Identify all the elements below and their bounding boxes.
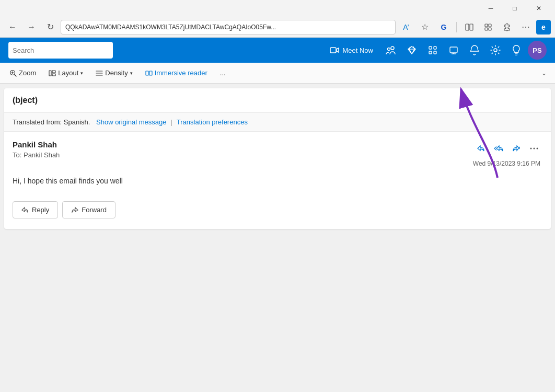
- svg-rect-1: [470, 24, 473, 30]
- zoom-button[interactable]: Zoom: [4, 67, 41, 79]
- density-label: Density: [105, 69, 128, 77]
- avatar[interactable]: PS: [528, 41, 547, 60]
- close-button[interactable]: ✕: [527, 0, 551, 17]
- to-name: Pankil Shah: [24, 151, 60, 159]
- svg-rect-11: [429, 51, 432, 54]
- translation-bar: Translated from: Spanish. Show original …: [4, 113, 551, 132]
- email-header: Pankil Shah To: Pankil Shah: [4, 132, 551, 171]
- email-body: Hi, I hope this email finds you well: [4, 171, 551, 195]
- outlook-toolbar: Meet Now: [0, 38, 555, 63]
- svg-rect-16: [49, 71, 51, 76]
- sender-name: Pankil Shah: [13, 140, 60, 149]
- meet-now-label: Meet Now: [342, 47, 373, 54]
- email-body-text: Hi, I hope this email finds you well: [13, 176, 542, 187]
- layout-chevron: ▾: [80, 71, 83, 76]
- address-bar[interactable]: QQkADAwATM0MDAAMS1kOWM3LTA5ZjUtMDACLTAwC…: [61, 20, 396, 34]
- email-actions-right: Wed 9/13/2023 9:16 PM: [472, 140, 542, 167]
- svg-point-21: [530, 148, 532, 149]
- address-text: QQkADAwATM0MDAAMS1kOWM3LTA5ZjUtMDACLTAwC…: [65, 24, 276, 31]
- toolbar-separator: [456, 22, 457, 32]
- svg-rect-10: [434, 47, 436, 49]
- email-subject: (bject): [4, 88, 551, 113]
- favorites-icon[interactable]: ☆: [417, 19, 433, 36]
- apps-icon-btn[interactable]: [423, 41, 442, 60]
- translation-prefix: Translated from: Spanish.: [13, 118, 90, 126]
- immersive-reader-button[interactable]: Immersive reader: [140, 67, 213, 79]
- search-input[interactable]: [8, 42, 113, 59]
- email-footer: Reply Forward: [4, 195, 551, 229]
- browser-extensions-icon[interactable]: [499, 19, 515, 36]
- browser-toolbar: ← → ↻ QQkADAwATM0MDAAMS1kOWM3LTA5ZjUtMDA…: [0, 17, 555, 38]
- view-toolbar: Zoom Layout ▾ Density ▾ Immersive reader…: [0, 63, 555, 84]
- collections-icon[interactable]: [480, 19, 496, 36]
- reply-all-icon-btn[interactable]: [490, 140, 507, 157]
- forward-button[interactable]: Forward: [62, 201, 115, 218]
- svg-rect-0: [466, 24, 469, 30]
- svg-rect-9: [429, 47, 432, 49]
- reply-label: Reply: [32, 206, 49, 214]
- forward-label: Forward: [82, 206, 107, 214]
- reply-icon-btn[interactable]: [472, 140, 489, 157]
- main-content: (bject) Translated from: Spanish. Show o…: [0, 84, 555, 392]
- svg-rect-19: [146, 71, 148, 75]
- email-action-icons: [472, 140, 542, 157]
- forward-button[interactable]: →: [23, 19, 40, 36]
- show-original-link[interactable]: Show original message: [96, 118, 166, 126]
- title-bar: ─ □ ✕: [0, 0, 555, 17]
- grammarly-icon[interactable]: G: [435, 19, 452, 36]
- translation-prefs-link[interactable]: Translation preferences: [177, 118, 248, 126]
- meet-now-button[interactable]: Meet Now: [323, 43, 379, 57]
- reload-button[interactable]: ↻: [42, 19, 59, 36]
- diamond-icon-btn[interactable]: [402, 41, 421, 60]
- svg-rect-17: [52, 71, 55, 73]
- teams-icon-btn[interactable]: [381, 41, 400, 60]
- whiteboard-icon-btn[interactable]: [444, 41, 463, 60]
- email-area: (bject) Translated from: Spanish. Show o…: [0, 84, 555, 392]
- edge-icon[interactable]: e: [536, 20, 551, 34]
- zoom-label: Zoom: [19, 69, 36, 77]
- layout-label: Layout: [58, 69, 78, 77]
- svg-rect-12: [434, 51, 436, 54]
- split-screen-icon[interactable]: [461, 19, 478, 36]
- density-button[interactable]: Density ▾: [90, 67, 137, 79]
- translation-separator: |: [170, 118, 172, 126]
- density-chevron: ▾: [130, 71, 133, 76]
- sender-to: To: Pankil Shah: [13, 151, 60, 159]
- svg-point-22: [534, 148, 535, 149]
- more-actions-icon-btn[interactable]: [526, 140, 542, 157]
- email-card: (bject) Translated from: Spanish. Show o…: [4, 88, 551, 229]
- more-options-button[interactable]: ...: [215, 67, 231, 79]
- svg-rect-2: [485, 24, 488, 27]
- svg-rect-13: [450, 47, 457, 53]
- svg-point-23: [537, 148, 538, 149]
- svg-rect-18: [52, 74, 55, 76]
- more-label: ...: [220, 69, 226, 77]
- svg-rect-20: [149, 71, 152, 75]
- forward-icon-btn[interactable]: [508, 140, 525, 157]
- sender-info: Pankil Shah To: Pankil Shah: [13, 140, 60, 159]
- svg-rect-5: [489, 28, 491, 30]
- back-button[interactable]: ←: [4, 19, 21, 36]
- to-label: To:: [13, 151, 24, 159]
- svg-point-7: [391, 47, 394, 50]
- svg-rect-3: [489, 24, 491, 27]
- more-menu-icon[interactable]: ⋯: [517, 19, 534, 36]
- gear-icon-btn[interactable]: [486, 41, 505, 60]
- svg-point-8: [388, 48, 390, 51]
- immersive-reader-label: Immersive reader: [155, 69, 207, 77]
- svg-rect-4: [485, 28, 488, 30]
- svg-rect-6: [330, 48, 336, 53]
- bell-icon-btn[interactable]: [465, 41, 484, 60]
- avatar-initials: PS: [533, 47, 541, 54]
- layout-button[interactable]: Layout ▾: [43, 67, 88, 79]
- read-aloud-icon[interactable]: A’: [398, 19, 414, 36]
- email-timestamp: Wed 9/13/2023 9:16 PM: [473, 160, 542, 167]
- minimize-button[interactable]: ─: [479, 0, 503, 17]
- lightbulb-icon-btn[interactable]: [507, 41, 526, 60]
- svg-point-14: [494, 49, 497, 52]
- reply-button[interactable]: Reply: [13, 201, 58, 218]
- collapse-chevron[interactable]: ⌄: [537, 67, 551, 79]
- maximize-button[interactable]: □: [503, 0, 527, 17]
